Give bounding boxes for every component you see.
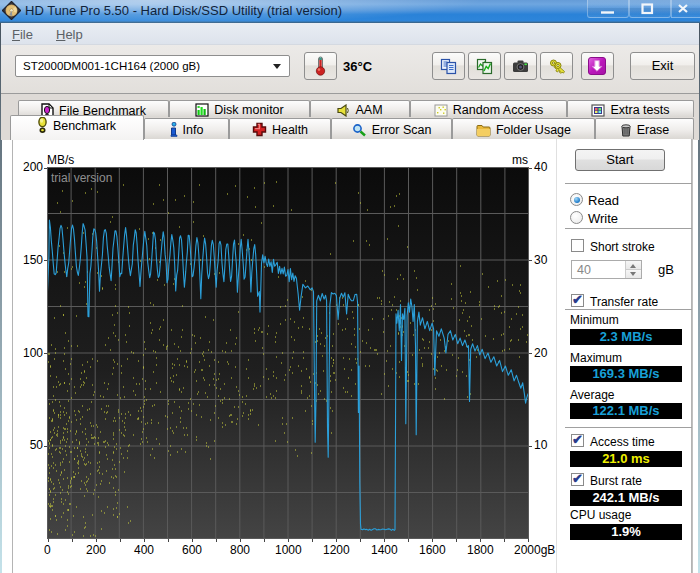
svg-text:trial version: trial version [51, 171, 112, 185]
